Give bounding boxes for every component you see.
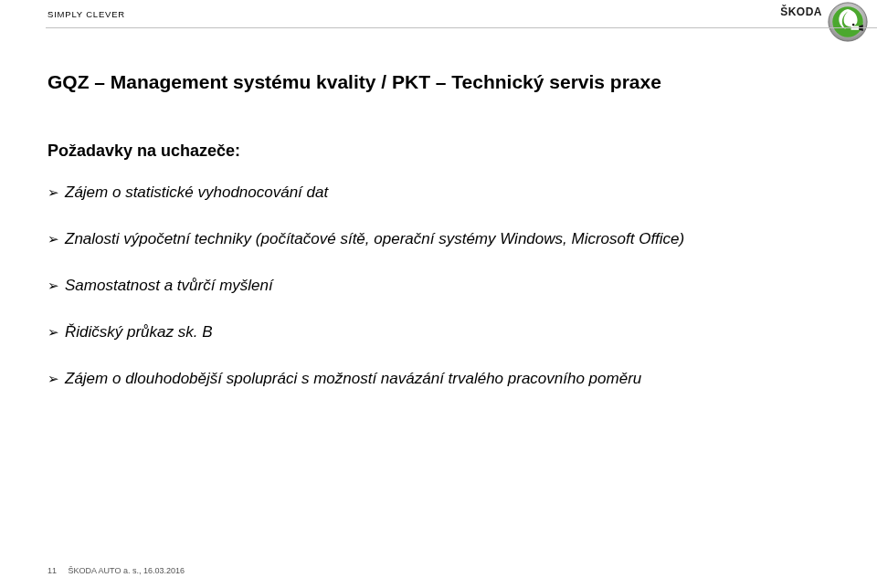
list-item-text: Zájem o dlouhodobější spolupráci s možno… xyxy=(65,369,641,390)
list-item: ➢ Znalosti výpočetní techniky (počítačov… xyxy=(48,229,778,250)
skoda-logo-icon xyxy=(828,2,868,42)
header: SIMPLY CLEVER ŠKODA xyxy=(0,0,877,37)
footer: 11 ŠKODA AUTO a. s., 16.03.2016 xyxy=(48,566,185,575)
header-divider xyxy=(46,27,877,28)
list-item-text: Samostatnost a tvůrčí myšlení xyxy=(65,276,273,297)
section-heading: Požadavky na uchazeče: xyxy=(48,142,240,161)
list-item-text: Znalosti výpočetní techniky (počítačové … xyxy=(65,229,684,250)
list-item-text: Řidičský průkaz sk. B xyxy=(65,322,213,343)
bullet-marker-icon: ➢ xyxy=(48,323,59,341)
brand-wordmark: ŠKODA xyxy=(780,5,822,18)
list-item: ➢ Zájem o dlouhodobější spolupráci s mož… xyxy=(48,369,778,390)
list-item: ➢ Samostatnost a tvůrčí myšlení xyxy=(48,276,778,297)
svg-point-2 xyxy=(852,24,855,26)
list-item-text: Zájem o statistické vyhodnocování dat xyxy=(65,183,328,204)
bullet-list: ➢ Zájem o statistické vyhodnocování dat … xyxy=(48,183,778,415)
bullet-marker-icon: ➢ xyxy=(48,184,59,202)
list-item: ➢ Zájem o statistické vyhodnocování dat xyxy=(48,183,778,204)
bullet-marker-icon: ➢ xyxy=(48,370,59,388)
page-number: 11 xyxy=(48,566,57,575)
tagline: SIMPLY CLEVER xyxy=(48,9,125,19)
list-item: ➢ Řidičský průkaz sk. B xyxy=(48,322,778,343)
page-title: GQZ – Management systému kvality / PKT –… xyxy=(48,71,661,93)
footer-text: ŠKODA AUTO a. s., 16.03.2016 xyxy=(69,566,185,575)
bullet-marker-icon: ➢ xyxy=(48,277,59,295)
bullet-marker-icon: ➢ xyxy=(48,230,59,248)
